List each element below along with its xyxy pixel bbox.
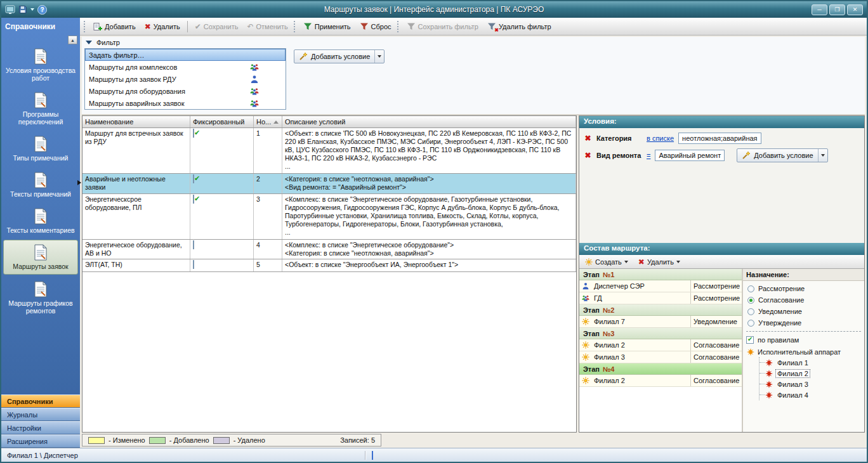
by-rules-checkbox[interactable] bbox=[746, 336, 754, 344]
condition-value[interactable]: неотложная;аварийная bbox=[678, 133, 761, 144]
main-toolbar: Добавить ✖ Удалить ✔ Сохранить ↶ Отменит… bbox=[80, 18, 867, 36]
maximize-button[interactable]: ❐ bbox=[829, 4, 845, 15]
tree-root-ispolnitelnyy-apparat[interactable]: Исполнительный аппарат bbox=[747, 346, 860, 357]
filter-item-set-filter[interactable]: Задать фильтр… bbox=[85, 49, 286, 61]
add-condition-dropdown-icon[interactable] bbox=[374, 50, 384, 63]
fixed-checkbox[interactable] bbox=[193, 129, 194, 138]
nav-nastroyki-button[interactable]: Настройки bbox=[1, 421, 80, 434]
cancel-button[interactable]: ↶ Отменить bbox=[242, 20, 292, 33]
conditions-add-condition-button[interactable]: Добавить условие bbox=[737, 148, 827, 162]
reset-filter-icon bbox=[360, 22, 369, 31]
quick-save-icon[interactable] bbox=[18, 5, 27, 14]
column-header-description[interactable]: Описание условий bbox=[282, 116, 576, 127]
document-icon bbox=[34, 281, 48, 297]
sidebar-item-teksty-kommentariev[interactable]: Тексты комментариев bbox=[3, 204, 78, 238]
fixed-checkbox[interactable] bbox=[193, 260, 194, 269]
column-header-name[interactable]: Наименование bbox=[82, 116, 190, 127]
sidebar-item-tipy-primechaniy[interactable]: Типы примечаний bbox=[3, 131, 78, 166]
stage-header-3[interactable]: Этап №3 bbox=[579, 328, 742, 339]
fixed-checkbox[interactable] bbox=[193, 174, 194, 183]
filter-item-emergency[interactable]: Маршруты аварийных заявок bbox=[85, 97, 286, 109]
stage-row[interactable]: Диспетчер СЭР Рассмотрение bbox=[579, 280, 742, 292]
condition-operator-link[interactable]: = bbox=[647, 152, 650, 159]
tree-item-filial-1[interactable]: Филиал 1 bbox=[760, 357, 860, 368]
add-button[interactable]: Добавить bbox=[89, 20, 140, 33]
sidebar-item-teksty-primechaniy[interactable]: Тексты примечаний bbox=[3, 167, 78, 202]
quick-access-dropdown-icon[interactable] bbox=[30, 8, 34, 11]
filter-item-rdu-requests[interactable]: Маршруты для заявок РДУ bbox=[85, 73, 286, 85]
route-create-button[interactable]: Создать bbox=[582, 257, 631, 267]
records-count: Записей: 5 bbox=[340, 436, 375, 444]
radio-uvedomlenie[interactable]: Уведомление bbox=[747, 306, 860, 317]
toolbar-grip[interactable] bbox=[294, 21, 296, 32]
radio-icon bbox=[747, 285, 754, 292]
help-button[interactable]: ? bbox=[37, 5, 47, 15]
filter-title: Фильтр bbox=[96, 39, 120, 46]
save-filter-button[interactable]: Сохранить фильтр bbox=[402, 20, 483, 33]
delete-button[interactable]: ✖ Удалить bbox=[140, 20, 185, 33]
fixed-checkbox[interactable] bbox=[193, 240, 194, 249]
stage-row[interactable]: Филиал 7 Уведомление bbox=[579, 316, 742, 328]
stage-header-1[interactable]: Этап №1 bbox=[579, 269, 742, 280]
radio-utverzhdenie[interactable]: Утверждение bbox=[747, 317, 860, 329]
fixed-checkbox[interactable] bbox=[193, 195, 194, 204]
close-button[interactable]: ✕ bbox=[847, 4, 863, 15]
table-row[interactable]: Энергетическое оборудование, АВ и НО 4 <… bbox=[82, 240, 576, 259]
filter-collapse-icon[interactable] bbox=[86, 41, 92, 44]
nav-rasshireniya-button[interactable]: Расширения bbox=[1, 434, 80, 448]
filter-item-complexes[interactable]: Маршруты для комплексов bbox=[85, 61, 286, 73]
condition-operator-link[interactable]: в списке bbox=[647, 134, 674, 142]
row-number: 2 bbox=[254, 174, 282, 193]
title-bar: Маршруты заявок | Интерфейс администрато… bbox=[1, 1, 867, 18]
remove-condition-icon[interactable]: ✖ bbox=[582, 133, 593, 144]
filter-add-condition-button[interactable]: Добавить условие bbox=[294, 49, 385, 63]
toolbar-grip[interactable] bbox=[397, 21, 400, 32]
column-header-fixed[interactable]: Фиксированный bbox=[190, 116, 254, 127]
people-group-icon bbox=[250, 63, 259, 72]
table-row-selected[interactable]: Аварийные и неотложные заявки 2 <Категор… bbox=[82, 174, 576, 194]
nav-spravochniki-button[interactable]: Справочники bbox=[1, 395, 80, 408]
add-condition-dropdown-icon[interactable] bbox=[818, 149, 827, 162]
tree-item-filial-3[interactable]: Филиал 3 bbox=[760, 379, 860, 389]
radio-soglasovanie[interactable]: Согласование bbox=[747, 294, 860, 306]
sidebar-item-marshruty-grafikov-remontov[interactable]: Маршруты графиков ремонтов bbox=[3, 277, 78, 318]
column-header-number[interactable]: Но... bbox=[254, 116, 282, 127]
undo-icon: ↶ bbox=[247, 22, 253, 31]
sidebar-item-programmy-pereklyucheniy[interactable]: Программы переключений bbox=[3, 88, 78, 129]
condition-value[interactable]: Аварийный ремонт bbox=[655, 150, 725, 161]
remove-condition-icon[interactable]: ✖ bbox=[582, 150, 593, 161]
by-rules-checkbox-row[interactable]: по правилам bbox=[746, 331, 861, 345]
route-delete-button[interactable]: ✖ Удалить bbox=[636, 256, 683, 268]
tree-item-filial-4[interactable]: Филиал 4 bbox=[760, 389, 860, 400]
magic-wand-icon bbox=[742, 151, 751, 160]
radio-icon bbox=[747, 308, 754, 315]
sidebar-item-usloviya-proizvodstva-rabot[interactable]: Условия производства работ bbox=[3, 44, 78, 86]
red-burst-icon bbox=[765, 381, 773, 388]
minimize-button[interactable]: ─ bbox=[812, 4, 827, 15]
row-fixed-cell bbox=[190, 259, 254, 271]
save-button[interactable]: ✔ Сохранить bbox=[190, 20, 243, 33]
row-fixed-cell bbox=[190, 128, 254, 173]
table-row[interactable]: Маршрут для встречных заявок из РДУ 1 <О… bbox=[82, 128, 576, 174]
nav-zhurnaly-button[interactable]: Журналы bbox=[1, 408, 80, 421]
table-row[interactable]: Энергетическсрое оборудование, ПЛ 3 <Ком… bbox=[82, 194, 576, 240]
filter-item-equipment[interactable]: Маршруты для оборудования bbox=[85, 85, 286, 97]
table-row[interactable]: ЭЛТ(АТ, ТН) 5 <Объект: в списке "Энергоо… bbox=[82, 259, 576, 272]
stage-header-4[interactable]: Этап №4 bbox=[579, 363, 742, 375]
sidebar-item-marshruty-zayavok[interactable]: Маршруты заявок bbox=[3, 240, 78, 274]
toolbar-grip[interactable] bbox=[84, 21, 86, 32]
sidebar-scroll-up-button[interactable]: ▲ bbox=[68, 36, 77, 44]
stage-row[interactable]: Филиал 3 Согласование bbox=[579, 351, 742, 363]
row-number: 1 bbox=[254, 128, 282, 173]
stage-row[interactable]: ГД Рассмотрение bbox=[579, 292, 742, 304]
tree-item-filial-2[interactable]: Филиал 2 bbox=[760, 368, 860, 379]
stage-row[interactable]: Филиал 2 Согласование bbox=[579, 375, 742, 387]
stage-row[interactable]: Филиал 2 Согласование bbox=[579, 339, 742, 351]
reset-filter-button[interactable]: Сброс bbox=[355, 20, 396, 33]
condition-row: ✖ Категория в списке неотложная;аварийна… bbox=[582, 133, 861, 144]
apply-filter-button[interactable]: Применить bbox=[299, 20, 355, 33]
radio-rassmotrenie[interactable]: Рассмотрение bbox=[747, 283, 860, 294]
app-icon[interactable] bbox=[5, 4, 15, 15]
stage-header-2[interactable]: Этап №2 bbox=[579, 304, 742, 316]
delete-filter-button[interactable]: ✖ Удалить фильтр bbox=[483, 20, 556, 33]
